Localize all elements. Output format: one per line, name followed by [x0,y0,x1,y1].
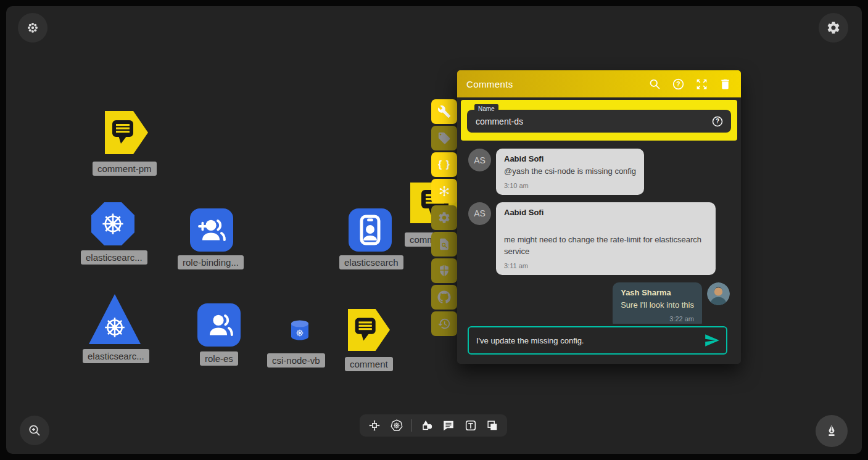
message-gap [504,220,708,234]
yash-avatar [707,282,730,305]
github-icon [437,290,451,304]
doc-search-icon [437,237,451,251]
avatar-initials: AS [468,202,491,225]
message-list: AS Aabid Sofi @yash the csi-node is miss… [457,141,741,324]
help-icon[interactable] [672,78,685,91]
node-elasticsearch-badge[interactable] [349,208,392,252]
kubernetes-wheel-icon [102,315,127,340]
node-role-es[interactable] [197,303,241,347]
avatar-initials: AS [468,149,491,171]
kubernetes-wheel-icon [100,211,126,237]
toolbar-item-configure[interactable] [431,99,457,124]
node-label: elasticsearc... [81,250,147,265]
name-section: Name [461,100,737,141]
chat-input[interactable] [469,336,704,345]
chat-input-row [468,326,727,355]
shield-icon [437,264,451,277]
message-text: Sure I'll look into this [621,300,694,311]
node-label: elasticsearc... [83,349,149,363]
node-label: csi-node-vb [267,353,325,368]
dock-item-comment[interactable] [442,419,455,432]
dock-item-infrastructure[interactable] [368,419,381,432]
dock-item-kubernetes[interactable] [390,419,403,432]
dock-item-shapes[interactable] [420,419,434,432]
gear-icon [437,211,451,224]
node-label: comment-pm [93,162,157,176]
toolbar-item-security[interactable] [431,258,457,283]
history-icon [437,317,451,331]
toolbar-item-settings[interactable] [431,205,457,230]
wrench-icon [437,105,451,118]
name-field[interactable]: Name [467,110,731,133]
node-label: role-binding... [178,255,244,269]
comment-icon [442,419,455,432]
node-comment[interactable] [348,308,390,351]
infrastructure-icon [368,419,381,432]
node-csi-node-vb[interactable] [289,319,310,342]
node-comment-pm[interactable] [105,111,148,154]
pen-tool-button[interactable] [816,415,848,447]
dock-item-note[interactable] [486,419,499,432]
toolbar-item-history[interactable] [431,311,457,336]
send-icon[interactable] [704,332,720,348]
dock-divider [411,419,412,432]
node-elasticsearch-octagon[interactable] [91,202,134,245]
kubernetes-icon [390,419,403,432]
app-logo-button[interactable] [18,13,48,43]
node-label: elasticsearch [339,255,403,269]
toolbar-item-tag[interactable] [431,126,457,150]
zoom-in-button[interactable] [20,416,49,445]
tag-icon [437,131,451,145]
node-label: role-es [200,351,238,366]
gear-icon [826,20,841,35]
message-text: @yash the csi-node is missing config [504,166,636,178]
comments-panel: Comments Name AS Aabid Sofi @yash the cs… [457,70,741,364]
mesh-flower-icon [25,20,40,35]
toolbar-item-mesh[interactable] [431,179,457,203]
search-icon[interactable] [648,78,661,91]
avatar-photo-icon [707,282,730,305]
message-bubble: Yash Sharma Sure I'll look into this 3:2… [613,282,702,324]
message-time: 3:22 am [621,315,694,322]
pen-nib-icon [824,424,839,438]
message: AS Aabid Sofi me might need to change th… [468,202,730,275]
message-bubble: Aabid Sofi @yash the csi-node is missing… [496,149,644,195]
message-text: me might need to change the rate-limit f… [504,234,708,258]
id-badge-icon [349,208,392,252]
message-author: Yash Sharma [621,288,694,297]
message-author: Aabid Sofi [504,208,708,217]
bottom-toolbar [360,414,507,437]
help-circle-icon[interactable] [711,115,724,128]
node-role-binding[interactable] [190,208,233,252]
message: AS Aabid Sofi @yash the csi-node is miss… [468,149,730,195]
toolbar-item-json[interactable]: { } [431,152,457,177]
message-time: 3:11 am [504,262,708,269]
braces-icon: { } [438,159,450,170]
app-window: comment-pm elasticsearc... role-binding.… [0,0,868,460]
node-label: comment [345,357,393,371]
hub-icon [437,184,451,198]
text-tool-icon [464,419,477,432]
message: Yash Sharma Sure I'll look into this 3:2… [468,282,730,324]
note-icon [486,419,499,432]
shapes-icon [420,419,434,432]
comments-panel-header[interactable]: Comments [457,70,741,97]
trash-icon[interactable] [719,78,732,91]
settings-button[interactable] [819,13,848,43]
panel-title: Comments [466,79,638,89]
message-author: Aabid Sofi [504,154,636,163]
toolbar-item-github[interactable] [431,285,457,310]
dock-item-text[interactable] [464,419,477,432]
name-field-label: Name [474,104,498,113]
message-time: 3:10 am [504,182,636,189]
message-bubble: Aabid Sofi me might need to change the r… [496,202,716,275]
zoom-in-icon [27,423,42,438]
side-toolbar: { } [431,99,457,336]
name-input[interactable] [474,116,711,127]
persons-icon [204,310,234,340]
toolbar-item-doc-search[interactable] [431,232,457,257]
person-add-icon [197,215,226,245]
expand-icon[interactable] [695,78,708,91]
